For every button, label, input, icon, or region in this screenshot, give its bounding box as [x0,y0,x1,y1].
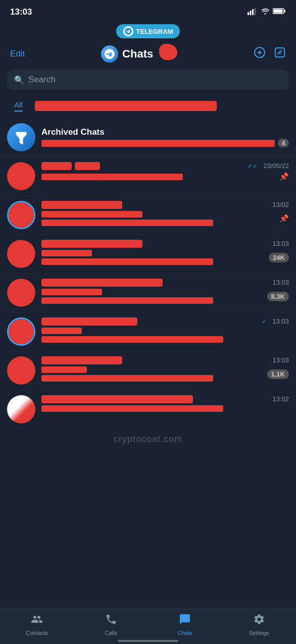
chat-item-2[interactable]: 13/02 📌 [0,196,296,235]
chat-preview-4a [41,289,102,295]
pin-icon-2: 📌 [279,214,289,223]
chat-time-area-5: ✓ 13:03 [262,317,289,325]
chat-name-4 [41,279,163,287]
search-bar[interactable]: 🔍 [7,70,289,90]
chat-name-6 [41,356,122,364]
chat-name-redact-1b [75,162,100,170]
chat-preview-area-4 [41,289,264,304]
search-input[interactable] [28,75,282,85]
chat-avatar-7 [7,395,35,423]
chat-content-4: 13:03 8,3K [41,279,289,304]
archived-chats-item[interactable]: Archived Chats 4 [0,118,296,157]
chat-list: Archived Chats 4 ✓✓ 23/05/22 [0,118,296,429]
chat-meta-4: 8,3K [41,289,289,304]
double-check-icon-1: ✓✓ [248,163,258,170]
chat-meta-6: 1,1K [41,366,289,382]
chat-avatar-4 [7,279,35,307]
chat-item-6[interactable]: 13:03 1,1K [0,351,296,390]
chat-preview-3a [41,250,92,256]
filter-all[interactable]: All [7,98,30,114]
chat-header-7: 13:02 [41,395,289,403]
pin-icon-1: 📌 [279,172,289,181]
svg-rect-5 [274,10,283,13]
chat-name-5 [41,317,137,326]
chat-preview-area-5 [41,328,289,343]
avatar-blob-1 [7,162,35,190]
chat-preview-1 [41,174,183,180]
edit-button[interactable]: Edit [10,49,25,59]
chat-meta-2: 📌 [41,211,289,226]
settings-icon [253,613,265,628]
telegram-bar: TELEGRAM [0,22,296,39]
new-channel-button[interactable] [254,46,266,62]
svg-rect-3 [255,8,256,15]
tab-calls[interactable]: Calls [93,613,129,636]
chat-time-7: 13:02 [272,395,289,403]
chat-time-3: 13:03 [272,240,289,247]
avatar-blob-3 [7,240,35,268]
avatar-blob-4 [7,279,35,307]
svg-rect-2 [252,9,254,15]
chat-item-1[interactable]: ✓✓ 23/05/22 📌 [0,157,296,196]
search-icon: 🔍 [14,75,24,85]
calls-label: Calls [105,630,117,636]
chat-name-2 [41,201,122,209]
chat-content-5: ✓ 13:03 [41,317,289,343]
tab-settings[interactable]: Settings [241,613,277,636]
chat-preview-6b [41,375,213,382]
chat-item-7[interactable]: 13:02 [0,390,296,429]
nav-title: Chats [101,45,177,63]
chat-time-6: 13:03 [272,356,289,364]
compose-button[interactable] [274,46,286,62]
status-icons [248,8,286,17]
chats-logo-icon [101,45,118,63]
chat-preview-4b [41,297,213,304]
telegram-pill: TELEGRAM [116,24,180,38]
search-container: 🔍 [7,70,289,90]
archive-preview-redacted [41,140,275,147]
chat-avatar-2 [7,201,35,229]
archive-preview: 4 [41,139,289,147]
avatar-blob-5 [9,319,34,344]
chat-name-area-1 [41,162,243,170]
battery-icon [273,8,286,17]
filters-row: All [0,95,296,118]
chat-item-3[interactable]: 13:03 24K [0,235,296,274]
chat-avatar-3 [7,240,35,268]
chat-preview-area-6 [41,366,264,382]
chat-item-4[interactable]: 13:03 8,3K [0,274,296,312]
chat-header-2: 13/02 [41,201,289,209]
calls-icon [105,613,117,628]
chat-preview-3b [41,258,213,265]
chat-preview-area-7 [41,405,289,412]
chat-header-5: ✓ 13:03 [41,317,289,326]
page-title: Chats [122,47,153,61]
red-decoration [159,44,177,60]
chat-item-5[interactable]: ✓ 13:03 [0,312,296,351]
unread-badge-6: 1,1K [267,369,289,379]
chat-preview-5b [41,336,223,343]
chat-avatar-6 [7,356,35,385]
telegram-label: TELEGRAM [136,28,173,35]
chat-time-2: 13/02 [272,201,289,208]
chat-preview-area-3 [41,250,266,265]
wifi-icon [261,8,270,17]
chat-header-1: ✓✓ 23/05/22 [41,162,289,170]
chat-preview-6a [41,366,87,373]
chat-time-4: 13:03 [272,279,289,286]
chats-label: Chats [178,630,192,636]
chat-time-5: 13:03 [272,317,289,325]
signal-icon [248,8,258,17]
chat-header-4: 13:03 [41,279,289,287]
chat-content-3: 13:03 24K [41,240,289,265]
tab-contacts[interactable]: Contacts [19,613,55,636]
filter-redacted [35,101,217,111]
unread-badge-3: 24K [269,253,289,262]
status-time: 13:03 [10,7,32,17]
tab-chats[interactable]: Chats [167,613,203,636]
chat-content-1: ✓✓ 23/05/22 📌 [41,162,289,181]
telegram-logo-icon [123,26,133,36]
chat-preview-area-2 [41,211,276,226]
status-bar: 13:03 [0,0,296,22]
nav-bar: Edit Chats [0,39,296,68]
